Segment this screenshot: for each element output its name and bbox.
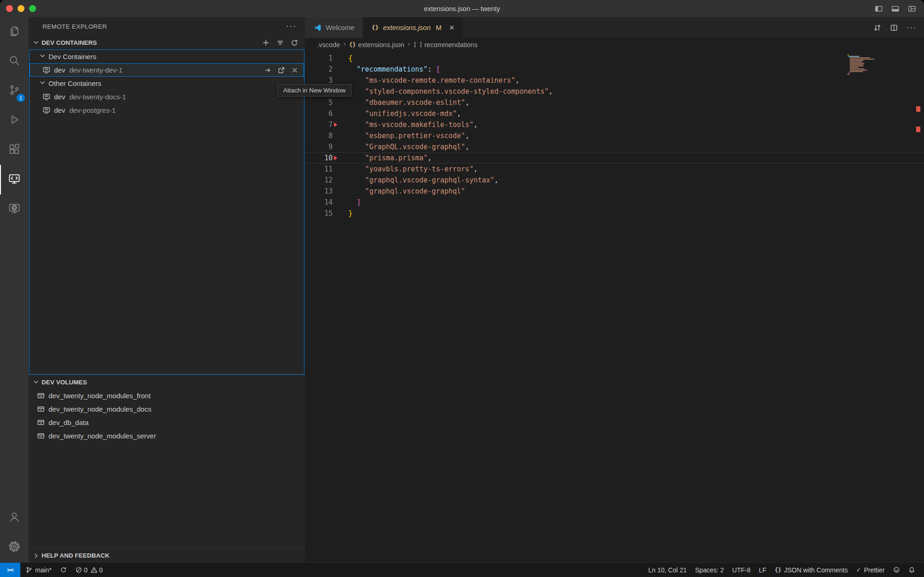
sidebar-item-extensions[interactable] bbox=[0, 135, 29, 165]
errors-count: 0 bbox=[84, 566, 88, 574]
code-line-3[interactable]: 3 "ms-vscode-remote.remote-containers", bbox=[305, 75, 924, 86]
dev-containers-section-header[interactable]: DEV CONTAINERS bbox=[29, 36, 305, 49]
filter-icon[interactable] bbox=[276, 39, 284, 47]
code-line-2[interactable]: 2 "recommendations": [ bbox=[305, 64, 924, 75]
breadcrumb-folder[interactable]: .vscode bbox=[317, 41, 340, 49]
remote-indicator-button[interactable]: >< bbox=[0, 563, 20, 577]
sidebar-item-accounts[interactable] bbox=[0, 503, 29, 533]
code-line-8[interactable]: 8 "esbenp.prettier-vscode", bbox=[305, 130, 924, 141]
minimize-window-button[interactable] bbox=[18, 5, 24, 12]
sidebar-item-dev-containers[interactable] bbox=[0, 194, 29, 224]
more-actions-icon[interactable]: ··· bbox=[286, 22, 297, 31]
code-editor[interactable]: 1{2 "recommendations": [3 "ms-vscode-rem… bbox=[305, 52, 924, 562]
open-changes-icon[interactable] bbox=[873, 24, 881, 32]
zoom-window-button[interactable] bbox=[29, 5, 36, 12]
editor-actions: ··· bbox=[873, 17, 924, 38]
tab-welcome[interactable]: Welcome bbox=[305, 17, 363, 38]
activity-bar: 1 bbox=[0, 17, 29, 562]
code-line-15[interactable]: 15} bbox=[305, 208, 924, 219]
minimap[interactable] bbox=[847, 55, 917, 75]
code-line-6[interactable]: 6 "unifiedjs.vscode-mdx", bbox=[305, 108, 924, 119]
close-tab-icon[interactable]: × bbox=[450, 24, 455, 32]
remove-button[interactable] bbox=[291, 67, 298, 74]
problems-button[interactable]: 0 0 bbox=[71, 563, 107, 577]
volume-icon bbox=[37, 432, 45, 440]
sidebar-item-settings[interactable] bbox=[0, 533, 29, 562]
breadcrumb-symbol[interactable]: [ ] recommendations bbox=[413, 41, 478, 49]
gutter bbox=[333, 186, 348, 197]
encoding-button[interactable]: UTF-8 bbox=[728, 563, 755, 577]
container-item-dev-twenty-dev-1[interactable]: devdev-twenty-dev-1 bbox=[30, 63, 304, 77]
line-number: 7 bbox=[314, 119, 333, 130]
code-line-10[interactable]: 10 "prisma.prisma", bbox=[305, 152, 924, 164]
notifications-button[interactable] bbox=[904, 563, 919, 577]
code-line-14[interactable]: 14 ] bbox=[305, 197, 924, 208]
code-line-7[interactable]: 7 "ms-vscode.makefile-tools", bbox=[305, 119, 924, 130]
chevron-down-icon bbox=[39, 79, 46, 88]
eol-button[interactable]: LF bbox=[754, 563, 770, 577]
tab-label: extensions.json bbox=[383, 24, 431, 31]
attach-new-window-button[interactable] bbox=[278, 67, 285, 74]
code-line-4[interactable]: 4 "styled-components.vscode-styled-compo… bbox=[305, 86, 924, 97]
dev-volumes-section-header[interactable]: DEV VOLUMES bbox=[29, 375, 305, 389]
sync-button[interactable] bbox=[56, 563, 71, 577]
sidebar-item-search[interactable] bbox=[0, 47, 29, 76]
git-branch-button[interactable]: main* bbox=[21, 563, 56, 577]
volume-item-dev_twenty_node_modules_front[interactable]: dev_twenty_node_modules_front bbox=[29, 389, 305, 402]
container-item-dev-postgres-1[interactable]: devdev-postgres-1 bbox=[30, 103, 304, 117]
titlebar-actions bbox=[874, 4, 924, 13]
code-line-1[interactable]: 1{ bbox=[305, 53, 924, 64]
code-line-9[interactable]: 9 "GraphQL.vscode-graphql", bbox=[305, 141, 924, 152]
indentation-button[interactable]: Spaces: 2 bbox=[691, 563, 728, 577]
attach-button[interactable] bbox=[264, 67, 272, 74]
toggle-sidebar-icon[interactable] bbox=[874, 4, 883, 13]
toggle-panel-icon[interactable] bbox=[891, 4, 900, 13]
json-braces-icon: {} bbox=[371, 24, 379, 31]
vscode-logo-icon bbox=[313, 24, 322, 32]
close-window-button[interactable] bbox=[6, 5, 13, 12]
tree-group-other-containers[interactable]: Other Containers bbox=[30, 77, 304, 90]
plus-icon[interactable] bbox=[262, 39, 270, 47]
code-line-5[interactable]: 5 "dbaeumer.vscode-eslint", bbox=[305, 97, 924, 108]
formatter-button[interactable]: ✓ Prettier bbox=[852, 563, 889, 577]
gutter bbox=[333, 53, 348, 64]
volume-item-dev_db_data[interactable]: dev_db_data bbox=[29, 416, 305, 429]
volume-item-dev_twenty_node_modules_docs[interactable]: dev_twenty_node_modules_docs bbox=[29, 402, 305, 416]
overview-ruler-mark bbox=[916, 106, 920, 112]
warnings-count: 0 bbox=[99, 566, 103, 574]
refresh-icon[interactable] bbox=[291, 39, 298, 47]
container-description: dev-postgres-1 bbox=[69, 106, 116, 114]
help-feedback-section-header[interactable]: HELP AND FEEDBACK bbox=[29, 548, 305, 562]
chevron-down-icon bbox=[32, 378, 40, 386]
volume-item-dev_twenty_node_modules_server[interactable]: dev_twenty_node_modules_server bbox=[29, 429, 305, 443]
more-actions-icon[interactable]: ··· bbox=[906, 24, 917, 32]
chevron-down-icon bbox=[39, 52, 46, 61]
chevron-down-icon bbox=[32, 39, 40, 46]
feedback-button[interactable] bbox=[889, 563, 904, 577]
gutter bbox=[333, 164, 348, 175]
gutter bbox=[333, 108, 348, 119]
sidebar-item-source-control[interactable]: 1 bbox=[0, 76, 29, 106]
container-item-dev-twenty-docs-1[interactable]: devdev-twenty-docs-1 bbox=[30, 90, 304, 103]
code-text: "graphql.vscode-graphql-syntax", bbox=[348, 175, 498, 186]
sidebar-item-run-debug[interactable] bbox=[0, 106, 29, 135]
sidebar-item-remote-explorer[interactable] bbox=[0, 165, 29, 194]
tab-extensions-json[interactable]: {} extensions.json M × bbox=[363, 17, 463, 38]
code-line-13[interactable]: 13 "graphql.vscode-graphql" bbox=[305, 186, 924, 197]
code-line-12[interactable]: 12 "graphql.vscode-graphql-syntax", bbox=[305, 175, 924, 186]
code-text: "graphql.vscode-graphql" bbox=[348, 186, 465, 197]
gutter bbox=[333, 197, 348, 208]
code-line-11[interactable]: 11 "yoavbls.pretty-ts-errors", bbox=[305, 164, 924, 175]
breadcrumb-file[interactable]: {} extensions.json bbox=[349, 41, 404, 49]
tree-group-dev-containers[interactable]: Dev Containers bbox=[30, 50, 304, 63]
json-braces-icon: {} bbox=[349, 42, 356, 48]
volume-name: dev_db_data bbox=[49, 419, 89, 426]
split-editor-icon[interactable] bbox=[890, 24, 898, 32]
language-mode-button[interactable]: {} JSON with Comments bbox=[771, 563, 852, 577]
line-number: 6 bbox=[314, 108, 333, 119]
sidebar-item-explorer[interactable] bbox=[0, 17, 29, 47]
gutter bbox=[333, 119, 348, 130]
gutter bbox=[333, 152, 348, 164]
cursor-position-button[interactable]: Ln 10, Col 21 bbox=[644, 563, 691, 577]
customize-layout-icon[interactable] bbox=[907, 4, 917, 13]
